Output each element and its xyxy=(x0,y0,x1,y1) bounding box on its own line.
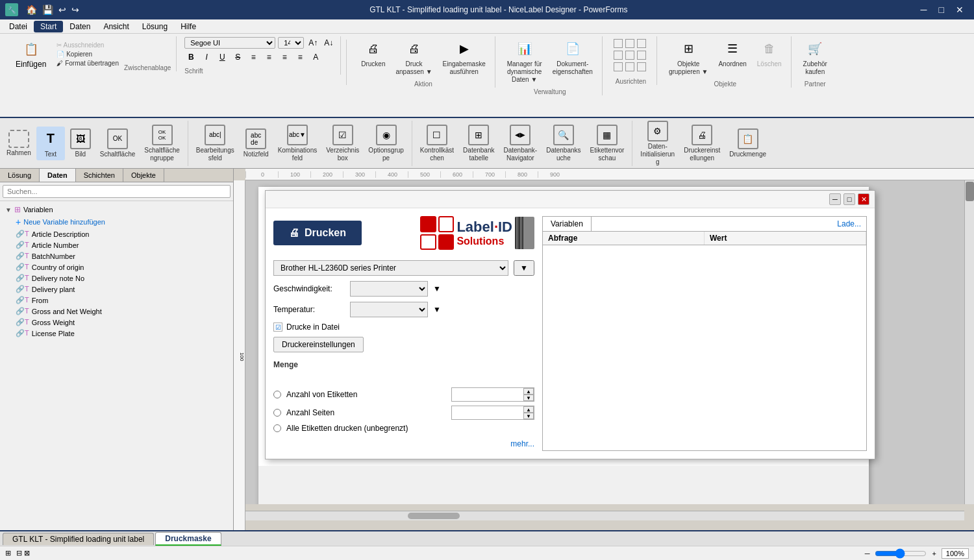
printer-dropdown-btn[interactable]: ▼ xyxy=(514,260,534,276)
schaltflaechegruppe-tool[interactable]: OKOK Schaltflächengruppe xyxy=(140,123,183,164)
mehr-link[interactable]: mehr... xyxy=(273,437,534,451)
close-button[interactable]: ✕ xyxy=(951,3,969,16)
kombinationsfeld-tool[interactable]: abc▼ Kombinationsfeld xyxy=(274,123,321,164)
menu-ansicht[interactable]: Ansicht xyxy=(97,21,135,32)
rahmen-tool[interactable]: Rahmen xyxy=(3,128,35,159)
lade-link[interactable]: Lade... xyxy=(832,217,866,231)
etiketten-spin-up[interactable]: ▲ xyxy=(523,388,534,395)
qat-redo[interactable]: ↪ xyxy=(69,3,82,16)
dialog-maximize[interactable]: □ xyxy=(843,193,855,205)
printer-settings-button[interactable]: Druckereinstellungen xyxy=(273,337,364,352)
font-shrink-button[interactable]: A↓ xyxy=(322,36,335,49)
printer-select[interactable]: Brother HL-L2360D series Printer xyxy=(273,260,508,276)
tree-item-batchnumber[interactable]: 🔗T BatchNumber xyxy=(13,250,231,262)
tree-item-country-of-origin[interactable]: 🔗T Country of origin xyxy=(13,262,231,273)
print-ribbon-button[interactable]: 🖨 Drucken xyxy=(357,36,389,78)
horizontal-scrollbar[interactable] xyxy=(245,511,964,520)
tab-daten[interactable]: Daten xyxy=(40,169,76,182)
bild-tool[interactable]: 🖼 Bild xyxy=(66,127,95,160)
group-objects-button[interactable]: ⊞ Objektegruppieren ▼ xyxy=(665,36,712,78)
align-left-button[interactable]: ≡ xyxy=(247,51,260,64)
menu-start[interactable]: Start xyxy=(34,21,63,32)
dialog-minimize[interactable]: ─ xyxy=(829,193,841,205)
align-right-button[interactable]: ≡ xyxy=(278,51,291,64)
anzahl-etiketten-radio[interactable] xyxy=(273,391,281,398)
anzahl-seiten-input[interactable] xyxy=(452,407,523,419)
format-copy-button[interactable]: 🖌 Format übertragen xyxy=(53,59,123,67)
doc-props-button[interactable]: 📄 Dokument-eigenschaften xyxy=(549,36,597,86)
zubehoer-button[interactable]: 🛒 Zubehörkaufen xyxy=(799,36,831,78)
menu-datei[interactable]: Datei xyxy=(3,21,34,32)
zoom-slider[interactable] xyxy=(875,548,927,559)
tree-item-delivery-note[interactable]: 🔗T Delivery note No xyxy=(13,273,231,284)
font-color-button[interactable]: A xyxy=(309,51,322,64)
menu-daten[interactable]: Daten xyxy=(63,21,97,32)
druckmenge-tool[interactable]: 📋 Druckmenge xyxy=(725,127,770,160)
schaltflaeche-tool[interactable]: OK Schaltfläche xyxy=(96,127,139,160)
search-input[interactable] xyxy=(3,185,231,198)
bold-button[interactable]: B xyxy=(184,51,197,64)
qat-new[interactable]: 🏠 xyxy=(23,3,40,16)
text-tool[interactable]: T Text xyxy=(36,127,65,160)
vertical-scrollbar[interactable] xyxy=(964,180,974,504)
datenbanktabelle-tool[interactable]: ⊞ Datenbanktabelle xyxy=(459,123,498,164)
qat-save[interactable]: 💾 xyxy=(40,3,56,16)
tree-item-gross-weight[interactable]: 🔗T Gross Weight xyxy=(13,317,231,328)
dateninitialisierung-tool[interactable]: ⚙ Daten-Initialisierung xyxy=(636,119,679,168)
tab-druckmaske[interactable]: Druckmaske xyxy=(155,532,221,546)
tree-root-variables[interactable]: ▼ ⊞ Variablen xyxy=(3,204,231,215)
add-variable-button[interactable]: + Neue Variable hinzufügen xyxy=(13,215,231,228)
arrange-button[interactable]: ☰ Anordnen xyxy=(714,36,750,78)
qat-undo[interactable]: ↩ xyxy=(56,3,69,16)
canvas-scroll[interactable]: ─ □ ✕ 🖨 Drucken xyxy=(245,180,964,504)
maximize-button[interactable]: □ xyxy=(934,3,949,16)
tab-schichten[interactable]: Schichten xyxy=(76,169,123,182)
dialog-close[interactable]: ✕ xyxy=(858,193,869,205)
kontrollkaestchen-tool[interactable]: ☐ Kontrollkästchen xyxy=(416,123,458,164)
align-center-button[interactable]: ≡ xyxy=(262,51,275,64)
cut-button[interactable]: ✂ Ausschneiden xyxy=(53,41,123,49)
etiketten-spin-down[interactable]: ▼ xyxy=(523,395,534,401)
tree-item-delivery-plant[interactable]: 🔗T Delivery plant xyxy=(13,284,231,295)
font-grow-button[interactable]: A↑ xyxy=(306,36,319,49)
print-button[interactable]: 🖨 Drucken xyxy=(273,221,362,245)
menu-hilfe[interactable]: Hilfe xyxy=(174,21,203,32)
tab-gtklt[interactable]: GTL KLT - Simplified loading unit label xyxy=(3,533,154,545)
notizfeld-tool[interactable]: abcde Notizfeld xyxy=(240,127,273,160)
font-family-select[interactable]: Segoe UI xyxy=(184,37,275,49)
strikethrough-button[interactable]: S xyxy=(231,51,244,64)
banknavigator-tool[interactable]: ◀▶ Datenbank-Navigator xyxy=(499,123,541,164)
banksuche-tool[interactable]: 🔍 Datenbanksuche xyxy=(542,123,584,164)
hscroll-thumb[interactable] xyxy=(408,513,460,519)
tree-item-article-number[interactable]: 🔗T Article Number xyxy=(13,239,231,250)
vscroll-thumb[interactable] xyxy=(966,182,974,201)
font-size-select[interactable]: 14 xyxy=(278,37,304,49)
bearbeitungsfeld-tool[interactable]: abc| Bearbeitungssfeld xyxy=(192,123,238,164)
print-to-file-checkbox[interactable]: ☑ xyxy=(273,323,282,332)
dynamic-data-button[interactable]: 📊 Manager fürdynamischeDaten ▼ xyxy=(503,36,546,86)
tree-item-gross-net-weight[interactable]: 🔗T Gross and Net Weight xyxy=(13,306,231,317)
minimize-button[interactable]: ─ xyxy=(916,3,932,16)
temperature-select[interactable] xyxy=(350,302,428,317)
zoom-plus[interactable]: + xyxy=(932,550,936,557)
anzahl-seiten-radio[interactable] xyxy=(273,409,281,417)
alle-etiketten-radio[interactable] xyxy=(273,424,281,432)
tree-item-from[interactable]: 🔗T From xyxy=(13,295,231,306)
tab-loesung[interactable]: Lösung xyxy=(0,169,40,182)
tree-item-license-plate[interactable]: 🔗T License Plate xyxy=(13,328,231,339)
menu-loesung[interactable]: Lösung xyxy=(136,21,174,32)
seiten-spin-up[interactable]: ▲ xyxy=(523,406,534,413)
speed-select[interactable] xyxy=(350,281,428,297)
verzeichnisbox-tool[interactable]: ☑ Verzeichnisbox xyxy=(322,123,363,164)
tab-objekte[interactable]: Objekte xyxy=(123,169,164,182)
optionsgruppe-tool[interactable]: ◉ Optionsgruppe xyxy=(364,123,407,164)
tree-item-article-description[interactable]: 🔗T Article Description xyxy=(13,228,231,239)
variables-tab[interactable]: Variablen xyxy=(543,217,592,231)
align-justify-button[interactable]: ≡ xyxy=(293,51,306,64)
italic-button[interactable]: I xyxy=(200,51,213,64)
delete-button[interactable]: 🗑 Löschen xyxy=(753,36,786,78)
paste-button[interactable]: 📋 Einfügen xyxy=(10,36,51,71)
seiten-spin-down[interactable]: ▼ xyxy=(523,413,534,419)
underline-button[interactable]: U xyxy=(216,51,229,64)
zoom-minus[interactable]: ─ xyxy=(865,550,870,557)
